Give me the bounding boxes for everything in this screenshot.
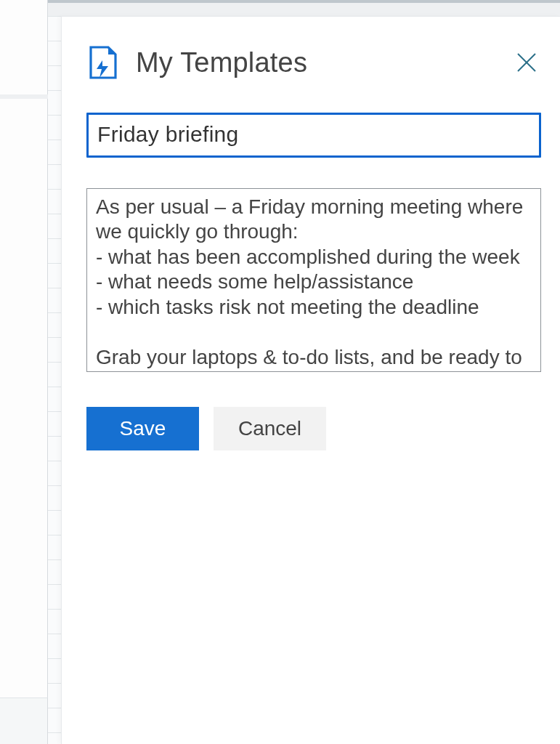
template-title-input[interactable] [86, 113, 541, 158]
template-body-textarea[interactable] [86, 188, 541, 372]
close-icon [516, 52, 537, 73]
button-row: Save Cancel [86, 407, 541, 450]
pane-title: My Templates [136, 47, 307, 78]
my-templates-pane: My Templates Save Cancel [61, 16, 560, 744]
save-button[interactable]: Save [86, 407, 199, 450]
app-grid-hint [48, 16, 61, 744]
app-left-divider [0, 94, 48, 99]
templates-icon [86, 44, 123, 81]
app-left-strip [0, 0, 48, 744]
pane-header: My Templates [86, 44, 541, 81]
pane-title-wrap: My Templates [86, 44, 307, 81]
close-button[interactable] [512, 48, 541, 77]
window-top-border [0, 0, 560, 3]
cancel-button[interactable]: Cancel [214, 407, 326, 450]
app-left-footer [0, 698, 48, 744]
